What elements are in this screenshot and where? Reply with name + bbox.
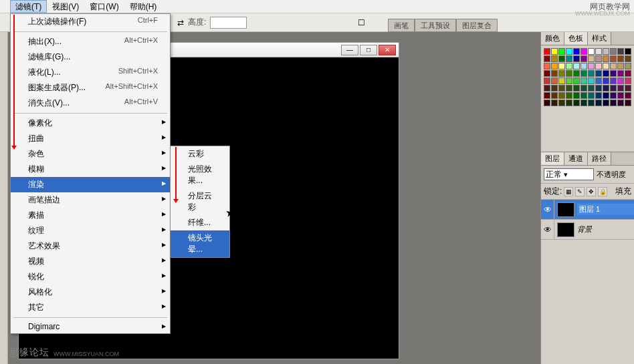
maximize-button[interactable]: □ [360,45,377,55]
swatch[interactable] [566,48,572,55]
swatch[interactable] [580,48,587,55]
swatch[interactable] [625,55,631,62]
menu-window[interactable]: 窗口(W) [84,0,124,13]
swatch[interactable] [625,70,631,77]
tab-layer-comps[interactable]: 图层复合 [456,19,498,32]
swatch[interactable] [610,48,617,55]
swatch[interactable] [566,77,572,84]
menu-filter-gallery[interactable]: 滤镜库(G)... [11,49,170,65]
swatch[interactable] [566,85,572,92]
swatch[interactable] [580,92,587,99]
menu-sharpen[interactable]: 锐化 [11,269,170,285]
submenu-diff-clouds[interactable]: 分层云彩 [171,188,229,215]
swatch[interactable] [573,85,580,92]
menu-liquify[interactable]: 液化(L)...Shift+Ctrl+X [11,65,170,80]
swatch[interactable] [610,85,617,92]
swatch[interactable] [603,77,609,84]
swatch[interactable] [603,100,609,106]
tab-tool-presets[interactable]: 工具预设 [415,19,456,32]
lock-all-icon[interactable]: 🔒 [598,187,607,196]
blend-mode-select[interactable]: 正常 ▾ [544,168,594,180]
swatch[interactable] [580,70,587,77]
submenu-lens-flare[interactable]: 镜头光晕... [171,230,229,257]
swatch[interactable] [566,63,572,69]
swatch[interactable] [558,85,565,92]
close-button[interactable]: ✕ [379,45,396,55]
swatch[interactable] [573,100,580,106]
swatch[interactable] [588,48,595,55]
visibility-icon[interactable]: 👁 [541,200,554,219]
tab-swatches[interactable]: 色板 [564,32,588,45]
menu-video[interactable]: 视频 [11,254,170,269]
swatch[interactable] [551,100,558,106]
tab-paths[interactable]: 路径 [588,152,611,165]
visibility-icon[interactable]: 👁 [541,220,554,239]
swatch[interactable] [617,70,624,77]
swatch[interactable] [595,48,602,55]
menu-filter[interactable]: 滤镜(T) [10,0,47,13]
swatch[interactable] [603,55,609,62]
swatch[interactable] [617,77,624,84]
swatch[interactable] [551,85,558,92]
swatch[interactable] [544,55,550,62]
swatch[interactable] [588,55,595,62]
swatch[interactable] [595,70,602,77]
swatch[interactable] [558,48,565,55]
swatch[interactable] [588,92,595,99]
swatch[interactable] [566,70,572,77]
swatch[interactable] [573,55,580,62]
swatch[interactable] [595,92,602,99]
swatch[interactable] [610,70,617,77]
tab-brushes[interactable]: 画笔 [388,19,415,32]
menu-help[interactable]: 帮助(H) [124,0,163,13]
menu-blur[interactable]: 模糊 [11,162,170,177]
swatch[interactable] [595,100,602,106]
swatch[interactable] [558,70,565,77]
swatch[interactable] [617,48,624,55]
lock-position-icon[interactable]: ✥ [587,187,596,196]
swatch[interactable] [580,77,587,84]
lock-pixels-icon[interactable]: ✎ [575,187,585,196]
swatch[interactable] [610,55,617,62]
menu-pixelate[interactable]: 像素化 [11,116,170,131]
menu-distort[interactable]: 扭曲 [11,131,170,146]
swatch[interactable] [603,63,609,69]
swatch[interactable] [544,70,550,77]
menu-stylize[interactable]: 风格化 [11,285,170,300]
menu-noise[interactable]: 杂色 [11,146,170,162]
swatch[interactable] [558,77,565,84]
swatch[interactable] [588,63,595,69]
swatch[interactable] [544,92,550,99]
swatch[interactable] [610,100,617,106]
tab-styles[interactable]: 样式 [588,32,611,45]
swatch[interactable] [551,77,558,84]
swatch[interactable] [580,55,587,62]
swatch[interactable] [580,100,587,106]
swatch[interactable] [588,77,595,84]
swatch[interactable] [617,92,624,99]
swatch[interactable] [625,100,631,106]
menu-extract[interactable]: 抽出(X)...Alt+Ctrl+X [11,34,170,49]
swatch[interactable] [551,92,558,99]
swatch[interactable] [551,55,558,62]
swatch[interactable] [595,77,602,84]
swatch[interactable] [617,85,624,92]
swatch[interactable] [617,55,624,62]
swatch[interactable] [558,92,565,99]
menu-other[interactable]: 其它 [11,300,170,315]
swatch[interactable] [544,63,550,69]
menu-sketch[interactable]: 素描 [11,208,170,223]
layer-name[interactable]: 图层 1 [577,204,634,215]
swatch[interactable] [603,48,609,55]
swatch[interactable] [603,92,609,99]
menu-vanishing-point[interactable]: 消失点(V)...Alt+Ctrl+V [11,96,170,111]
menu-digimarc[interactable]: Digimarc [11,320,170,333]
minimize-button[interactable]: — [341,45,358,55]
swatch[interactable] [617,63,624,69]
swatch[interactable] [573,77,580,84]
swatch[interactable] [610,77,617,84]
swatch[interactable] [610,92,617,99]
menu-view[interactable]: 视图(V) [47,0,84,13]
swatch[interactable] [573,48,580,55]
swatch[interactable] [544,77,550,84]
